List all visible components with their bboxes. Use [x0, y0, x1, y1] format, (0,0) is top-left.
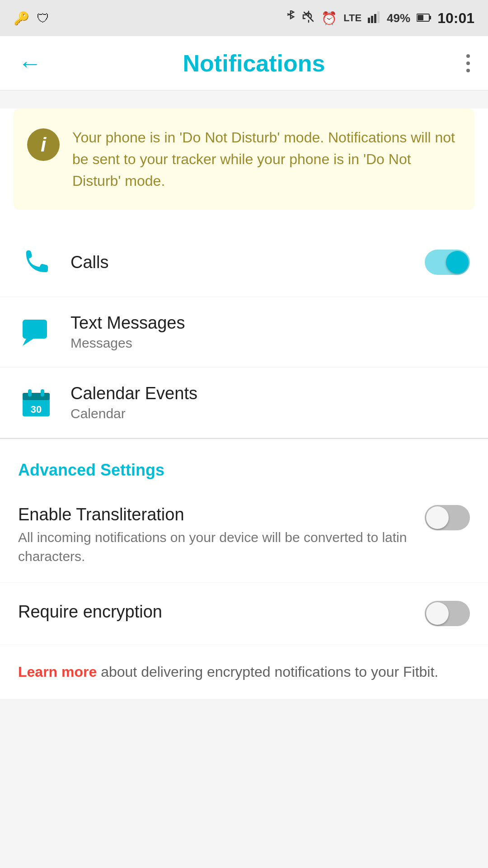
- battery-percentage: 49%: [387, 11, 410, 25]
- svg-rect-10: [23, 393, 50, 400]
- learn-more-link[interactable]: Learn more: [18, 664, 97, 680]
- svg-rect-7: [23, 320, 47, 339]
- mute-icon: [302, 10, 315, 26]
- transliteration-item[interactable]: Enable Transliteration All incoming noti…: [0, 489, 488, 583]
- alarm-icon: ⏰: [321, 11, 337, 26]
- svg-rect-5: [429, 16, 431, 19]
- page-title: Notifications: [183, 50, 325, 77]
- bluetooth-icon: [285, 10, 296, 26]
- advanced-settings-header: Advanced Settings: [0, 439, 488, 489]
- encryption-text: Require encryption: [18, 602, 411, 625]
- lte-icon: LTE: [343, 12, 361, 24]
- svg-rect-2: [374, 14, 376, 23]
- text-messages-title: Text Messages: [70, 313, 470, 333]
- calls-toggle[interactable]: [425, 250, 470, 275]
- text-messages-item[interactable]: Text Messages Messages: [0, 297, 488, 368]
- svg-marker-8: [23, 339, 33, 346]
- svg-rect-6: [418, 15, 423, 20]
- status-bar-left: 🔑 🛡: [14, 11, 49, 26]
- back-button[interactable]: ←: [18, 50, 42, 77]
- learn-more-paragraph: Learn more about delivering encrypted no…: [18, 661, 470, 683]
- status-bar-right: ⏰ LTE 49% 10:01: [285, 10, 474, 27]
- message-icon: [18, 314, 54, 350]
- learn-more-section: Learn more about delivering encrypted no…: [0, 645, 488, 699]
- encryption-toggle[interactable]: [425, 601, 470, 626]
- calls-title: Calls: [70, 253, 425, 272]
- svg-text:30: 30: [31, 404, 42, 415]
- transliteration-toggle[interactable]: [425, 505, 470, 530]
- calendar-icon: 30: [18, 385, 54, 421]
- svg-rect-12: [41, 389, 44, 396]
- signal-icon: [368, 10, 380, 26]
- page-header: ← Notifications: [0, 36, 488, 90]
- svg-rect-3: [377, 11, 380, 23]
- status-bar: 🔑 🛡 ⏰ LTE 49%: [0, 0, 488, 36]
- text-messages-subtitle: Messages: [70, 335, 470, 351]
- time: 10:01: [437, 10, 474, 27]
- calendar-events-title: Calendar Events: [70, 384, 470, 403]
- vpn-icon: 🔑: [14, 11, 29, 26]
- transliteration-desc: All incoming notifications on your devic…: [18, 528, 411, 566]
- text-messages-text: Text Messages Messages: [70, 313, 470, 351]
- calendar-events-text: Calendar Events Calendar: [70, 384, 470, 421]
- svg-rect-11: [28, 389, 32, 396]
- main-content: i Your phone is in 'Do Not Disturb' mode…: [0, 108, 488, 699]
- calendar-events-item[interactable]: 30 Calendar Events Calendar: [0, 368, 488, 438]
- svg-rect-1: [371, 16, 373, 23]
- svg-rect-0: [368, 18, 370, 23]
- dnd-warning-text: Your phone is in 'Do Not Disturb' mode. …: [72, 127, 456, 192]
- battery-icon: [417, 11, 431, 25]
- encryption-title: Require encryption: [18, 602, 411, 622]
- encryption-item[interactable]: Require encryption: [0, 583, 488, 645]
- dnd-warning-banner: i Your phone is in 'Do Not Disturb' mode…: [14, 108, 474, 210]
- more-menu-button[interactable]: [466, 54, 470, 72]
- shield-icon: 🛡: [37, 11, 49, 26]
- advanced-settings-title: Advanced Settings: [18, 461, 164, 479]
- info-icon: i: [27, 128, 60, 161]
- phone-icon: [18, 244, 54, 280]
- transliteration-title: Enable Transliteration: [18, 505, 411, 524]
- learn-more-rest: about delivering encrypted notifications…: [97, 664, 438, 680]
- transliteration-text: Enable Transliteration All incoming noti…: [18, 505, 411, 566]
- calendar-events-subtitle: Calendar: [70, 406, 470, 421]
- calls-text: Calls: [70, 253, 425, 272]
- calls-item[interactable]: Calls: [0, 228, 488, 297]
